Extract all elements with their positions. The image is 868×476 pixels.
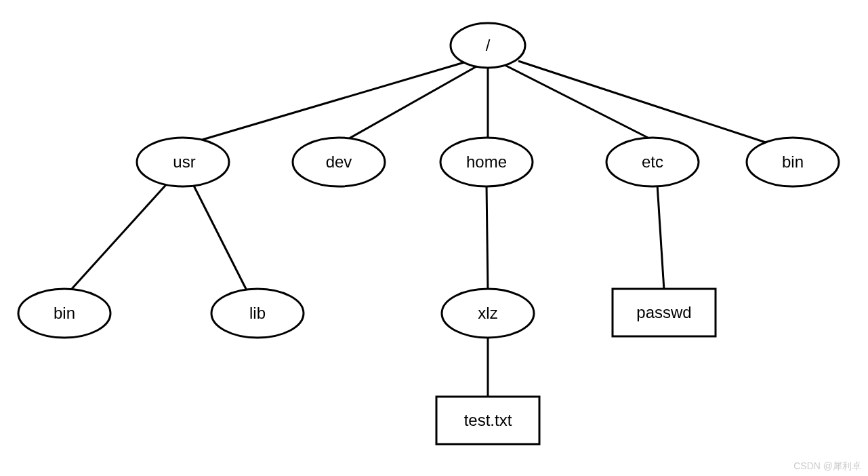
node-passwd-label: passwd [636, 303, 691, 321]
edge-etc-passwd [657, 184, 664, 290]
edge-usr-lib [193, 184, 247, 292]
node-bin-label: bin [782, 153, 804, 171]
filesystem-tree-diagram: / usr dev home etc bin bin lib xlz passw… [0, 0, 868, 476]
node-dev-label: dev [326, 153, 352, 171]
node-usr-bin-label: bin [54, 304, 75, 322]
node-usr-label: usr [173, 153, 195, 171]
node-test-txt-label: test.txt [464, 411, 512, 429]
node-xlz-label: xlz [478, 304, 497, 322]
node-etc-label: etc [642, 153, 663, 171]
edge-root-usr [193, 62, 464, 142]
edge-usr-bin [71, 181, 169, 290]
node-root-label: / [486, 36, 491, 54]
node-usr-lib-label: lib [249, 304, 266, 322]
edge-root-bin [518, 61, 766, 142]
edge-root-dev [342, 66, 478, 142]
node-home-label: home [466, 153, 507, 171]
edge-root-etc [503, 64, 650, 139]
edge-home-xlz [487, 184, 488, 292]
watermark: CSDN @犀利卓 [793, 460, 861, 473]
